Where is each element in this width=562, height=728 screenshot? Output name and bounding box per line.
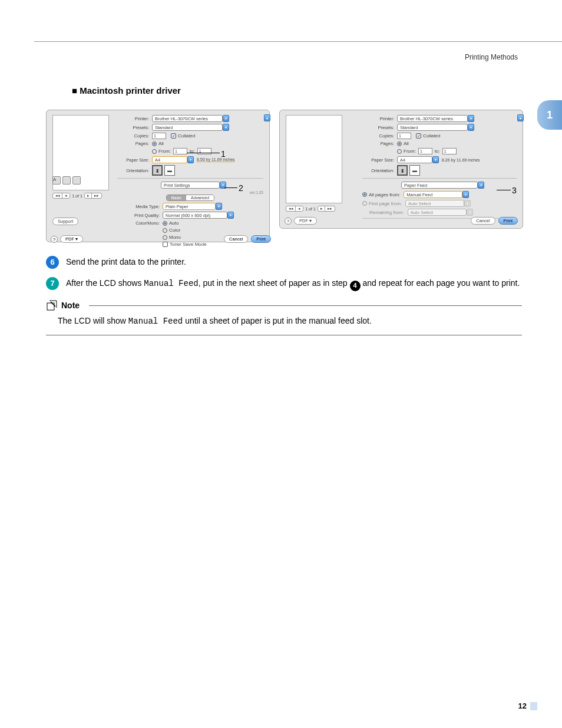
copies-input[interactable]: 1 [397, 133, 411, 139]
nav-last[interactable]: ▸ │ ▸▸ [84, 193, 102, 199]
cancel-button[interactable]: Cancel [471, 217, 495, 225]
chapter-tab: 1 [537, 100, 562, 130]
all-pages-radio[interactable] [362, 192, 367, 197]
color-radio[interactable] [163, 228, 167, 233]
note: Note The LCD will show Manual Feed until… [46, 299, 522, 335]
all-pages-select[interactable]: Manual Feed▾ [404, 191, 462, 198]
pages-from-radio[interactable] [152, 149, 157, 154]
chevron-down-icon: ▾ [468, 115, 474, 122]
section-title: Macintosh printer driver [72, 85, 181, 95]
note-title: Note [61, 299, 80, 311]
action-row: Cancel Print [471, 217, 518, 225]
printer-select[interactable]: Brother HL-3070CW series▾ [152, 115, 223, 122]
panel-select[interactable]: Paper Feed▾ [401, 182, 478, 189]
nav-first[interactable]: ◂◂ │ ◂ [52, 193, 70, 199]
dialogs-row: A ◂◂ │ ◂ 1 of 1 ▸ │ ▸▸ Printer: Brother … [46, 110, 523, 242]
paper-size-label: Paper Size: [117, 157, 149, 163]
settings-panel: Printer: Brother HL-3070CW series▾ ▴ Pre… [362, 115, 517, 222]
paper-size-select[interactable]: A4▾ [152, 156, 187, 163]
portrait-icon[interactable]: ▮ [152, 165, 163, 176]
paper-dim: 8.26 by 11.69 inches [442, 158, 480, 162]
copies-label: Copies: [117, 133, 149, 139]
callout-2-line [224, 187, 237, 188]
portrait-icon[interactable]: ▮ [397, 165, 408, 176]
paper-size-select[interactable]: A4▾ [397, 156, 432, 163]
nav-first[interactable]: ◂◂ │ ◂ [286, 206, 303, 212]
panel-select[interactable]: Print Settings▾ [161, 182, 220, 189]
print-button[interactable]: Print [251, 235, 270, 243]
toner-save-check[interactable] [163, 242, 168, 247]
step-7: 7 After the LCD shows Manual Feed, put i… [46, 277, 522, 291]
landscape-icon[interactable]: ▬ [409, 165, 420, 176]
from-input[interactable]: 1 [418, 148, 432, 154]
collapse-icon[interactable]: ▴ [264, 114, 270, 121]
callout-1-line [187, 153, 220, 153]
print-quality-select[interactable]: Normal (600 x 600 dpi)▾ [163, 212, 227, 219]
note-header: Note [46, 299, 522, 311]
collapse-icon[interactable]: ▴ [517, 114, 524, 121]
orientation-label: Orientation: [117, 168, 149, 173]
note-underline [46, 335, 522, 335]
chevron-down-icon: ▾ [187, 156, 194, 163]
divider [362, 178, 517, 179]
color-mono-label: Color/Mono: [117, 220, 160, 226]
pdf-button[interactable]: PDF ▾ [60, 235, 83, 243]
printer-label: Printer: [117, 116, 149, 121]
step-ref-4: 4 [350, 281, 361, 291]
presets-select[interactable]: Standard▾ [152, 124, 223, 131]
to-input[interactable]: 1 [197, 148, 211, 154]
callout-3-line [497, 190, 511, 190]
thumb-a-icon[interactable]: A [52, 176, 61, 185]
chevron-down-icon: ▾ [478, 182, 484, 189]
help-icon[interactable]: ? [51, 236, 58, 243]
step-badge-6: 6 [46, 256, 59, 269]
support-button[interactable]: Support [52, 218, 78, 225]
from-input[interactable]: 1 [173, 148, 187, 154]
nav-last[interactable]: ▸ │ ▸▸ [318, 206, 335, 212]
media-type-select[interactable]: Plain Paper▾ [163, 203, 216, 210]
copies-input[interactable]: 1 [152, 133, 166, 139]
collated-label: Collated [178, 133, 195, 139]
presets-select[interactable]: Standard▾ [397, 124, 468, 131]
preview-nav: ◂◂ │ ◂ 1 of 1 ▸ │ ▸▸ [286, 206, 335, 212]
orientation-label: Orientation: [362, 168, 394, 173]
header-rule [34, 41, 562, 42]
pages-label: Pages: [117, 141, 149, 146]
to-input[interactable]: 1 [442, 148, 457, 154]
help-icon[interactable]: ? [285, 218, 292, 225]
help-row-left: ? PDF ▾ [51, 235, 83, 243]
chevron-down-icon: ▾ [468, 124, 474, 131]
callout-2: 2 [239, 183, 243, 193]
first-page-select: Auto Select▾ [405, 200, 464, 207]
pages-all-radio[interactable] [152, 141, 157, 146]
tab-basic[interactable]: Basic [167, 195, 186, 200]
print-dialog-paperfeed: ◂◂ │ ◂ 1 of 1 ▸ │ ▸▸ Printer: Brother HL… [279, 110, 523, 229]
help-row: ? PDF ▾ [285, 217, 317, 225]
pdf-button[interactable]: PDF ▾ [294, 217, 317, 225]
media-type-label: Media Type: [117, 204, 160, 209]
first-page-radio[interactable] [362, 201, 367, 206]
mono-radio[interactable] [163, 235, 167, 240]
auto-radio[interactable] [163, 221, 167, 226]
pencil-note-icon [46, 299, 58, 311]
pages-from-radio[interactable] [397, 149, 402, 154]
collated-check[interactable]: ✓ [416, 133, 421, 139]
preview-nav: ◂◂ │ ◂ 1 of 1 ▸ │ ▸▸ [52, 193, 102, 199]
remaining-select: Auto Select▾ [408, 209, 467, 216]
collated-check[interactable]: ✓ [171, 133, 176, 139]
presets-label: Presets: [117, 125, 149, 130]
breadcrumb: Printing Methods [465, 53, 518, 61]
tab-advanced[interactable]: Advanced [186, 195, 214, 200]
thumb-chart-icon[interactable] [62, 176, 71, 185]
copies-label: Copies: [362, 133, 394, 139]
thumb-color-icon[interactable] [72, 176, 81, 185]
chevron-down-icon: ▾ [227, 212, 234, 219]
support-row: Support [52, 218, 78, 225]
cancel-button[interactable]: Cancel [224, 235, 248, 243]
chevron-down-icon: ▾ [467, 209, 473, 216]
pages-all-radio[interactable] [397, 141, 402, 146]
printer-select[interactable]: Brother HL-3070CW series▾ [397, 115, 468, 122]
chevron-down-icon: ▾ [223, 115, 229, 122]
landscape-icon[interactable]: ▬ [164, 165, 175, 176]
print-button[interactable]: Print [498, 217, 518, 225]
